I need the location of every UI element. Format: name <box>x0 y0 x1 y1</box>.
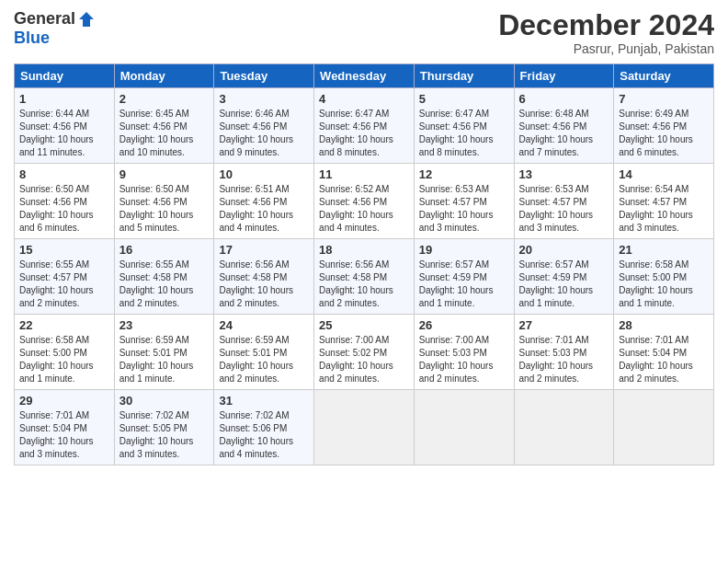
empty-cell <box>514 390 614 465</box>
col-saturday: Saturday <box>614 64 714 88</box>
day-23: 23 Sunrise: 6:59 AMSunset: 5:01 PMDaylig… <box>114 315 214 390</box>
logo: General Blue <box>14 9 96 48</box>
header-row: Sunday Monday Tuesday Wednesday Thursday… <box>15 64 714 88</box>
day-27: 27 Sunrise: 7:01 AMSunset: 5:03 PMDaylig… <box>514 315 614 390</box>
day-25: 25 Sunrise: 7:00 AMSunset: 5:02 PMDaylig… <box>314 315 415 390</box>
day-8: 8 Sunrise: 6:50 AMSunset: 4:56 PMDayligh… <box>15 164 115 239</box>
location: Pasrur, Punjab, Pakistan <box>498 41 714 56</box>
week-5: 29 Sunrise: 7:01 AMSunset: 5:04 PMDaylig… <box>15 390 714 465</box>
day-1: 1 Sunrise: 6:44 AMSunset: 4:56 PMDayligh… <box>15 88 115 164</box>
day-31: 31 Sunrise: 7:02 AMSunset: 5:06 PMDaylig… <box>214 390 314 465</box>
day-30: 30 Sunrise: 7:02 AMSunset: 5:05 PMDaylig… <box>114 390 214 465</box>
day-15: 15 Sunrise: 6:55 AMSunset: 4:57 PMDaylig… <box>15 239 115 315</box>
logo-general: General <box>14 9 75 29</box>
col-sunday: Sunday <box>15 64 115 88</box>
day-17: 17 Sunrise: 6:56 AMSunset: 4:58 PMDaylig… <box>214 239 314 315</box>
col-wednesday: Wednesday <box>314 64 415 88</box>
day-7: 7 Sunrise: 6:49 AMSunset: 4:56 PMDayligh… <box>614 88 714 164</box>
day-2: 2 Sunrise: 6:45 AMSunset: 4:56 PMDayligh… <box>114 88 214 164</box>
page-container: General Blue December 2024 Pasrur, Punja… <box>0 0 728 470</box>
month-title: December 2024 <box>498 9 714 41</box>
svg-marker-0 <box>79 12 94 27</box>
empty-cell <box>314 390 415 465</box>
day-29: 29 Sunrise: 7:01 AMSunset: 5:04 PMDaylig… <box>15 390 115 465</box>
day-10: 10 Sunrise: 6:51 AMSunset: 4:56 PMDaylig… <box>214 164 314 239</box>
week-3: 15 Sunrise: 6:55 AMSunset: 4:57 PMDaylig… <box>15 239 714 315</box>
day-21: 21 Sunrise: 6:58 AMSunset: 5:00 PMDaylig… <box>614 239 714 315</box>
week-1: 1 Sunrise: 6:44 AMSunset: 4:56 PMDayligh… <box>15 88 714 164</box>
day-13: 13 Sunrise: 6:53 AMSunset: 4:57 PMDaylig… <box>514 164 614 239</box>
col-friday: Friday <box>514 64 614 88</box>
day-5: 5 Sunrise: 6:47 AMSunset: 4:56 PMDayligh… <box>414 88 514 164</box>
col-thursday: Thursday <box>414 64 514 88</box>
header: General Blue December 2024 Pasrur, Punja… <box>14 9 714 56</box>
col-tuesday: Tuesday <box>214 64 314 88</box>
week-2: 8 Sunrise: 6:50 AMSunset: 4:56 PMDayligh… <box>15 164 714 239</box>
calendar-table: Sunday Monday Tuesday Wednesday Thursday… <box>14 63 714 465</box>
logo-icon <box>77 10 96 29</box>
empty-cell <box>614 390 714 465</box>
day-18: 18 Sunrise: 6:56 AMSunset: 4:58 PMDaylig… <box>314 239 415 315</box>
week-4: 22 Sunrise: 6:58 AMSunset: 5:00 PMDaylig… <box>15 315 714 390</box>
col-monday: Monday <box>114 64 214 88</box>
day-19: 19 Sunrise: 6:57 AMSunset: 4:59 PMDaylig… <box>414 239 514 315</box>
title-section: December 2024 Pasrur, Punjab, Pakistan <box>498 9 714 56</box>
day-20: 20 Sunrise: 6:57 AMSunset: 4:59 PMDaylig… <box>514 239 614 315</box>
day-22: 22 Sunrise: 6:58 AMSunset: 5:00 PMDaylig… <box>15 315 115 390</box>
empty-cell <box>414 390 514 465</box>
day-3: 3 Sunrise: 6:46 AMSunset: 4:56 PMDayligh… <box>214 88 314 164</box>
day-14: 14 Sunrise: 6:54 AMSunset: 4:57 PMDaylig… <box>614 164 714 239</box>
day-11: 11 Sunrise: 6:52 AMSunset: 4:56 PMDaylig… <box>314 164 415 239</box>
day-9: 9 Sunrise: 6:50 AMSunset: 4:56 PMDayligh… <box>114 164 214 239</box>
logo-blue: Blue <box>14 29 50 48</box>
day-12: 12 Sunrise: 6:53 AMSunset: 4:57 PMDaylig… <box>414 164 514 239</box>
day-16: 16 Sunrise: 6:55 AMSunset: 4:58 PMDaylig… <box>114 239 214 315</box>
day-6: 6 Sunrise: 6:48 AMSunset: 4:56 PMDayligh… <box>514 88 614 164</box>
day-4: 4 Sunrise: 6:47 AMSunset: 4:56 PMDayligh… <box>314 88 415 164</box>
day-28: 28 Sunrise: 7:01 AMSunset: 5:04 PMDaylig… <box>614 315 714 390</box>
day-26: 26 Sunrise: 7:00 AMSunset: 5:03 PMDaylig… <box>414 315 514 390</box>
day-24: 24 Sunrise: 6:59 AMSunset: 5:01 PMDaylig… <box>214 315 314 390</box>
